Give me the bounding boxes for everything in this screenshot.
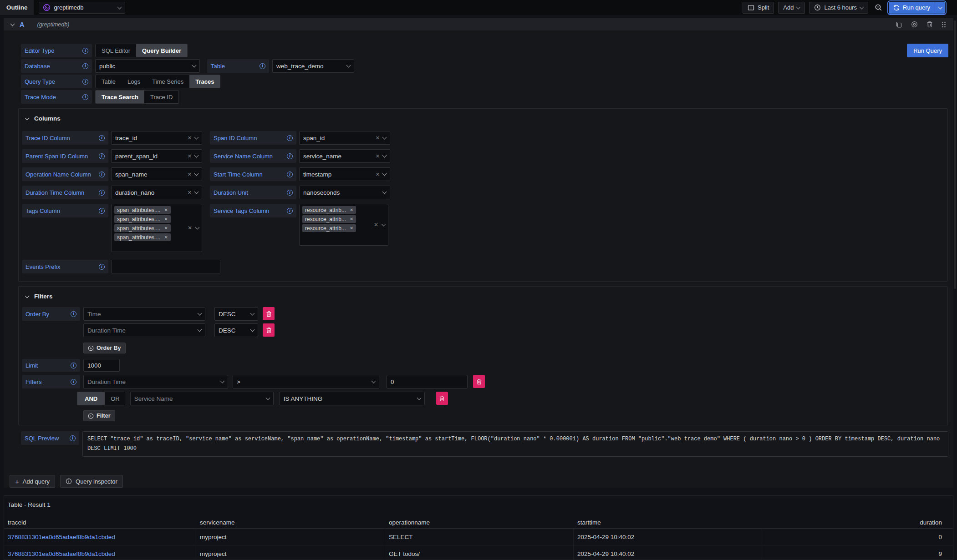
scrollbar[interactable] <box>954 20 956 289</box>
info-icon[interactable]: i <box>99 190 105 196</box>
add-query-button[interactable]: + Add query <box>10 475 55 488</box>
zoom-out-time-button[interactable] <box>872 2 885 14</box>
info-icon[interactable]: i <box>71 311 76 317</box>
drag-handle[interactable] <box>942 21 946 28</box>
order-by-direction-select[interactable]: DESC <box>214 323 258 337</box>
operation-name-column-select[interactable]: span_name ✕ <box>111 167 202 181</box>
remove-icon[interactable]: ✕ <box>164 226 168 231</box>
toggle-visibility-icon[interactable] <box>911 21 918 28</box>
table-select[interactable]: web_trace_demo <box>272 59 354 73</box>
query-type-option-logs[interactable]: Logs <box>122 75 146 88</box>
info-icon[interactable]: i <box>99 135 105 141</box>
service-tag-chip[interactable]: resource_attrib...✕ <box>302 215 356 223</box>
query-type-option-traces[interactable]: Traces <box>189 75 220 88</box>
remove-icon[interactable]: ✕ <box>164 208 168 212</box>
service-tag-chip[interactable]: resource_attrib...✕ <box>302 224 356 232</box>
filter-value-input[interactable] <box>387 375 468 388</box>
duration-time-column-select[interactable]: duration_nano ✕ <box>111 186 202 199</box>
info-icon[interactable]: i <box>287 135 293 141</box>
filter-operator-select[interactable]: IS ANYTHING <box>280 392 425 405</box>
info-icon[interactable]: i <box>287 153 293 159</box>
outline-toggle[interactable]: Outline <box>0 0 34 15</box>
collapse-chevron-icon[interactable] <box>10 21 15 26</box>
duplicate-query-icon[interactable] <box>896 21 902 28</box>
tag-chip[interactable]: span_attributes....✕ <box>114 233 171 241</box>
service-tag-chip[interactable]: resource_attrib...✕ <box>302 206 356 214</box>
filter-operator-select[interactable]: > <box>233 375 379 388</box>
span-id-column-select[interactable]: span_id ✕ <box>299 131 390 145</box>
info-icon[interactable]: i <box>99 153 105 159</box>
columns-section-header[interactable]: Columns <box>25 115 940 122</box>
clear-icon[interactable]: ✕ <box>188 154 192 159</box>
trace-id-link[interactable]: 3768831301ea0d65adaef8b9da1cbded <box>8 534 115 540</box>
clear-icon[interactable]: ✕ <box>376 136 380 141</box>
query-inspector-button[interactable]: Query inspector <box>60 475 123 488</box>
order-by-field-select[interactable]: Duration Time <box>83 323 205 337</box>
run-query-options-caret[interactable] <box>935 2 945 14</box>
datasource-picker[interactable]: greptimedb <box>39 2 125 14</box>
clear-icon[interactable]: ✕ <box>188 172 192 177</box>
service-tags-column-multiselect[interactable]: resource_attrib...✕ resource_attrib...✕ … <box>299 204 388 246</box>
tag-chip[interactable]: span_attributes....✕ <box>114 215 171 223</box>
run-query-button[interactable]: Run query <box>889 2 935 14</box>
remove-filter-button[interactable] <box>436 392 448 405</box>
remove-icon[interactable]: ✕ <box>350 226 353 231</box>
delete-query-icon[interactable] <box>926 21 933 28</box>
trace-mode-option-trace-search[interactable]: Trace Search <box>96 91 144 103</box>
add-filter-button[interactable]: Filter <box>83 410 115 421</box>
filter-field-select[interactable]: Service Name <box>130 392 274 405</box>
order-by-direction-select[interactable]: DESC <box>214 307 258 321</box>
remove-order-by-button[interactable] <box>263 307 275 320</box>
parent-span-id-column-select[interactable]: parent_span_id ✕ <box>111 149 202 163</box>
order-by-field-select[interactable]: Time <box>83 307 205 321</box>
clear-icon[interactable]: ✕ <box>376 172 380 177</box>
query-type-option-table[interactable]: Table <box>96 75 122 88</box>
trace-id-link[interactable]: 3768831301ea0d65adaef8b9da1cbded <box>8 550 115 557</box>
column-header-servicename[interactable]: servicename <box>196 517 385 528</box>
editor-type-option-sql-editor[interactable]: SQL Editor <box>96 44 136 57</box>
trace-mode-option-trace-id[interactable]: Trace ID <box>144 91 178 103</box>
info-icon[interactable]: i <box>99 172 105 177</box>
add-order-by-button[interactable]: Order By <box>83 343 126 353</box>
remove-icon[interactable]: ✕ <box>350 217 353 222</box>
events-prefix-input[interactable] <box>111 260 220 273</box>
run-query-editor-button[interactable]: Run Query <box>907 44 948 57</box>
info-icon[interactable]: i <box>70 435 76 441</box>
clear-all-icon[interactable]: ✕ <box>188 225 192 231</box>
info-icon[interactable]: i <box>82 79 88 85</box>
filter-logic-and[interactable]: AND <box>77 392 105 405</box>
query-type-option-time-series[interactable]: Time Series <box>146 75 189 88</box>
info-icon[interactable]: i <box>99 208 105 214</box>
remove-icon[interactable]: ✕ <box>164 235 168 240</box>
trace-id-column-select[interactable]: trace_id ✕ <box>111 131 202 145</box>
filters-section-header[interactable]: Filters <box>25 293 940 300</box>
column-header-starttime[interactable]: starttime <box>574 517 762 528</box>
info-icon[interactable]: i <box>71 363 76 368</box>
start-time-column-select[interactable]: timestamp ✕ <box>299 167 390 181</box>
time-range-button[interactable]: Last 6 hours <box>809 2 868 14</box>
remove-filter-button[interactable] <box>473 375 485 388</box>
info-icon[interactable]: i <box>99 264 105 270</box>
column-header-operationname[interactable]: operationname <box>385 517 574 528</box>
database-select[interactable]: public <box>95 59 200 73</box>
info-icon[interactable]: i <box>287 172 293 177</box>
remove-icon[interactable]: ✕ <box>350 208 353 212</box>
add-button[interactable]: Add <box>778 2 805 14</box>
remove-icon[interactable]: ✕ <box>164 217 168 222</box>
clear-icon[interactable]: ✕ <box>376 154 380 159</box>
info-icon[interactable]: i <box>287 208 293 214</box>
info-icon[interactable]: i <box>287 190 293 196</box>
clear-icon[interactable]: ✕ <box>188 190 192 195</box>
tag-chip[interactable]: span_attributes....✕ <box>114 224 171 232</box>
info-icon[interactable]: i <box>82 63 88 69</box>
remove-order-by-button[interactable] <box>263 323 275 337</box>
tags-column-multiselect[interactable]: span_attributes....✕ span_attributes....… <box>111 204 202 252</box>
column-header-traceid[interactable]: traceid <box>4 517 196 528</box>
clear-all-icon[interactable]: ✕ <box>374 222 378 227</box>
filter-logic-or[interactable]: OR <box>105 392 126 405</box>
info-icon[interactable]: i <box>82 94 88 100</box>
column-header-duration[interactable]: duration <box>762 517 953 528</box>
service-name-column-select[interactable]: service_name ✕ <box>299 149 390 163</box>
duration-unit-select[interactable]: nanoseconds <box>299 186 390 199</box>
info-icon[interactable]: i <box>71 379 76 385</box>
